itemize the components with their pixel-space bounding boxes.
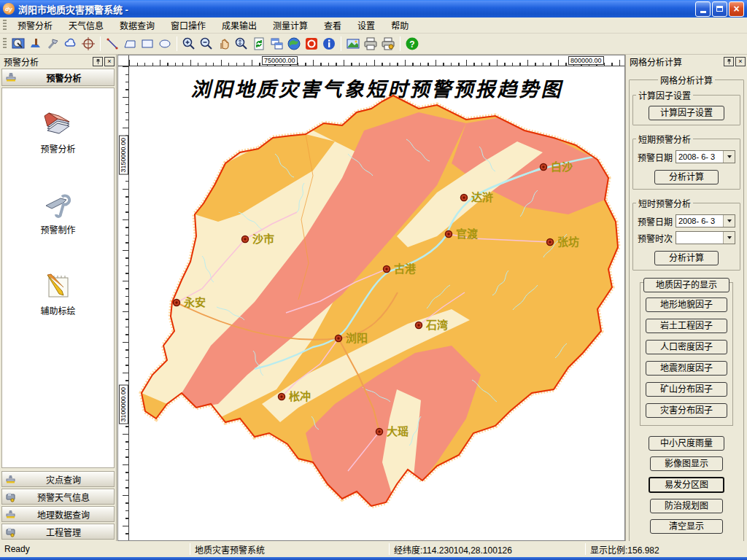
svg-text:?: ? [409, 39, 414, 50]
help-button[interactable]: ? [403, 35, 421, 52]
nowcast-analyze-button[interactable]: 分析计算 [654, 251, 719, 265]
refresh-button[interactable] [250, 35, 268, 52]
chevron-down-icon [727, 219, 732, 222]
left-panel-section-bar[interactable]: 预警分析 [1, 69, 115, 86]
menu-weather-info[interactable]: 天气信息 [61, 18, 112, 33]
tool-warning-production[interactable]: 预警制作 [40, 190, 75, 236]
rainfall-button[interactable]: 中小尺度雨量 [649, 436, 724, 451]
print-button[interactable] [362, 35, 379, 52]
nowcast-date-combo[interactable]: 2008- 6- 3 [676, 214, 735, 228]
ruler-top: 750000.00 800000.00 [129, 55, 624, 66]
pin-button[interactable] [93, 57, 103, 66]
population-factor-button[interactable]: 人口密度因子 [646, 340, 727, 354]
polygon-tool-button[interactable] [121, 35, 139, 52]
status-system: 地质灾害预警系统 [190, 541, 389, 557]
polygon-tool-icon [123, 36, 137, 51]
town-marker-dot [175, 301, 177, 303]
status-ready: Ready [0, 541, 190, 557]
zoom-extent-icon [234, 36, 249, 51]
print-setup-button[interactable] [379, 35, 397, 52]
line-tool-button[interactable] [104, 35, 121, 52]
tool-warning-analysis[interactable]: 预警分析 [40, 109, 75, 155]
image-view-button[interactable] [344, 35, 362, 52]
factor-setting-button[interactable]: 计算因子设置 [649, 106, 724, 120]
hammer-tool-button[interactable] [44, 35, 62, 52]
bar-disaster-point-query[interactable]: 灾点查询 [1, 471, 115, 487]
combo-dropdown-button[interactable] [723, 215, 735, 227]
menu-measure[interactable]: 测量计算 [265, 18, 316, 33]
info-button[interactable] [320, 35, 338, 52]
tool-auxiliary-plot[interactable]: 辅助标绘 [40, 271, 75, 316]
rectangle-tool-button[interactable] [139, 35, 156, 52]
nowcast-time-combo[interactable] [676, 231, 735, 244]
town-marker-dot [385, 268, 387, 270]
minimize-button[interactable] [695, 1, 711, 17]
close-button[interactable]: × [729, 1, 744, 17]
imagery-button[interactable]: 影像图显示 [650, 456, 723, 471]
left-section-label: 预警分析 [17, 71, 111, 84]
nowcast-legend: 短时预警分析 [636, 197, 693, 209]
stop-button[interactable] [303, 35, 320, 52]
app-icon: dy [3, 3, 15, 15]
terrain-factor-button[interactable]: 地形地貌因子 [646, 298, 727, 312]
select-tool-icon [11, 36, 26, 51]
cloud-tool-button[interactable] [62, 35, 80, 52]
town-marker-dot [549, 241, 551, 243]
right-panel-close-button[interactable]: × [735, 57, 746, 66]
main-area: 预警分析 × 预警分析 预警分析 预警制作 辅助标绘 [0, 55, 747, 541]
tool-label: 辅助标绘 [40, 304, 75, 316]
zoom-in-button[interactable] [180, 35, 198, 52]
clear-display-button[interactable]: 清空显示 [650, 519, 723, 534]
stamp-icon [5, 71, 17, 83]
menu-window-ops[interactable]: 窗口操作 [163, 18, 214, 33]
town-marker-dot [337, 337, 339, 339]
bar-geodata-query[interactable]: 地理数据查询 [1, 506, 115, 522]
disaster-factor-button[interactable]: 灾害分布因子 [646, 403, 727, 418]
menu-data-query[interactable]: 数据查询 [112, 18, 163, 33]
ruler-top-label: 800000.00 [568, 56, 604, 65]
bar-warning-weather-info[interactable]: 预警天气信息 [1, 489, 115, 505]
left-panel-close-button[interactable]: × [104, 57, 115, 66]
chevron-down-icon [727, 236, 732, 239]
flag-tool-button[interactable] [27, 35, 44, 52]
device-icon [5, 526, 16, 537]
map-title: 浏阳地质灾害气象短时预警预报趋势图 [129, 74, 624, 102]
menu-view[interactable]: 查看 [316, 18, 349, 33]
town-marker-dot [462, 196, 465, 198]
mine-factor-button[interactable]: 矿山分布因子 [646, 382, 727, 397]
restore-button[interactable] [712, 1, 727, 17]
town-label: 官渡 [456, 228, 479, 241]
seismic-factor-button[interactable]: 地震烈度因子 [646, 361, 727, 376]
minimize-icon [700, 11, 706, 13]
geotech-factor-button[interactable]: 岩土工程因子 [646, 319, 727, 333]
combo-dropdown-button[interactable] [723, 232, 735, 244]
application-window: dy 浏阳市地质灾害预警系统 - × 预警分析 天气信息 数据查询 窗口操作 成… [0, 0, 747, 560]
close-icon: × [738, 58, 742, 65]
combo-dropdown-button[interactable] [723, 151, 735, 163]
globe-button[interactable] [285, 35, 303, 52]
nowcast-time-value [676, 232, 723, 244]
zoom-out-button[interactable] [198, 35, 215, 52]
susceptibility-map-button[interactable]: 易发分区图 [649, 477, 724, 493]
pan-button[interactable] [215, 35, 233, 52]
short-term-date-combo[interactable]: 2008- 6- 3 [676, 150, 735, 163]
target-tool-button[interactable] [80, 35, 97, 52]
menu-help[interactable]: 帮助 [383, 18, 417, 33]
prevention-plan-button[interactable]: 防治规划图 [650, 499, 723, 513]
close-icon: × [107, 58, 111, 65]
short-term-analyze-button[interactable]: 分析计算 [654, 170, 719, 184]
cascade-windows-button[interactable] [268, 35, 285, 52]
menu-warning-analysis[interactable]: 预警分析 [9, 18, 61, 33]
menu-result-output[interactable]: 成果输出 [214, 18, 265, 33]
menu-settings[interactable]: 设置 [349, 18, 383, 33]
zoom-extent-button[interactable] [233, 35, 250, 52]
bar-project-management[interactable]: 工程管理 [1, 524, 115, 540]
pin-button[interactable] [724, 57, 734, 66]
select-tool-button[interactable] [9, 35, 27, 52]
map-canvas[interactable]: 浏阳地质灾害气象短时预警预报趋势图 [129, 66, 624, 540]
toolbar-grip [3, 38, 7, 50]
close-icon: × [733, 4, 739, 14]
map-document: 750000.00 800000.00 3150000.00 3100000.0… [117, 55, 625, 541]
geo-factor-display-button[interactable]: 地质因子的显示 [643, 278, 729, 292]
ellipse-tool-button[interactable] [156, 35, 174, 52]
